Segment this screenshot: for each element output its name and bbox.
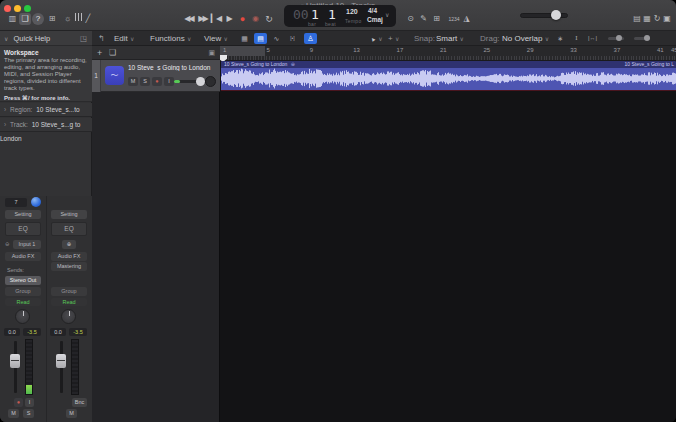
toolbar-toggle-icon[interactable]: ⊞ [46, 13, 58, 25]
tuner-icon[interactable]: ⊙ [405, 13, 416, 25]
text-cursor-icon[interactable]: I [570, 33, 583, 44]
metronome-icon[interactable]: ◮ [461, 13, 472, 25]
track-pan-knob[interactable] [205, 76, 216, 87]
audio-editor-icon[interactable]: ▤ [254, 33, 267, 44]
strip2-peak-value[interactable]: -3.5 [69, 328, 87, 336]
flex-icon[interactable]: [•] [286, 33, 299, 44]
count-in-icon[interactable]: 1234 [447, 13, 461, 25]
session-player-icon[interactable]: ♙ [304, 33, 317, 44]
stop-go-to-beginning-icon[interactable]: ▎◀ [210, 13, 222, 25]
replace-icon[interactable]: ⊞ [431, 13, 442, 25]
region-inspector-row[interactable]: › Region: 10 Steve_s...to London [0, 103, 92, 117]
track-header-config-icon[interactable]: ▣ [208, 46, 215, 60]
audio-region[interactable]: 10 Steve_s Going to London ⊕ 10 Steve_s … [221, 61, 676, 90]
strip1-input-button[interactable]: Input 1 [13, 240, 41, 249]
strip1-audio-fx-button[interactable]: Audio FX [5, 252, 41, 261]
lcd-chevron-down-icon[interactable]: ∨ [385, 11, 389, 18]
master-volume-knob[interactable] [551, 10, 561, 20]
strip1-automation-mode[interactable]: Read [5, 298, 41, 306]
track-input-monitor-button[interactable]: I [164, 77, 174, 86]
track-inspector-row[interactable]: › Track: 10 Steve_s...g to London [0, 118, 92, 132]
mixer-icon[interactable] [73, 13, 83, 25]
track-volume-slider[interactable] [174, 80, 208, 83]
strip2-eq-box[interactable]: EQ [51, 222, 87, 236]
tracks-workspace[interactable]: 159131721252933374145 10 Steve_s Going t… [220, 46, 676, 422]
cycle-range[interactable] [220, 46, 265, 56]
open-as-window-icon[interactable]: ◳ [80, 31, 87, 46]
gain-knob[interactable] [31, 197, 41, 207]
forward-icon[interactable]: ▶▶ [196, 13, 209, 25]
library-icon[interactable]: ▥ [7, 13, 18, 25]
lcd-key-signature: Cmaj [367, 16, 383, 23]
quick-help-icon[interactable]: ? [32, 13, 44, 25]
strip2-bounce-button[interactable]: Bnc [72, 398, 87, 407]
strip1-setting-button[interactable]: Setting [5, 210, 41, 219]
zoom-knob-horizontal[interactable] [616, 35, 622, 41]
gain-value[interactable]: 7 [5, 198, 27, 207]
crossfade-icon[interactable]: ∗ [554, 33, 567, 44]
functions-menu[interactable]: Functions ∨ [150, 31, 191, 46]
strip1-pan-knob[interactable] [15, 309, 30, 324]
strip2-group-button[interactable]: Group [51, 287, 87, 296]
strip1-group-button[interactable]: Group [5, 287, 41, 296]
track-record-enable-button[interactable]: ● [152, 77, 162, 86]
pointer-tool-menu[interactable]: ▲ ∨ [370, 31, 383, 46]
track-duplicate-icon[interactable]: ❏ [109, 46, 116, 60]
quick-help-header[interactable]: ∨ Quick Help ◳ [0, 31, 92, 46]
back-icon[interactable]: ↰ [98, 31, 105, 46]
track-mute-button[interactable]: M [128, 77, 138, 86]
strip2-mastering-button[interactable]: Mastering [51, 262, 87, 271]
strip1-peak-value[interactable]: -3.5 [23, 328, 41, 336]
strip1-input-format-icon[interactable]: ⊖ [5, 241, 10, 247]
snap-menu[interactable]: Smart ∨ [436, 31, 464, 46]
strip1-eq-box[interactable]: EQ [5, 222, 41, 236]
record-icon[interactable]: ● [237, 13, 248, 25]
strip2-fader-thumb[interactable] [56, 354, 66, 368]
note-pads-icon[interactable]: ▦ [642, 13, 652, 25]
strip2-volume-value[interactable]: 0.0 [50, 328, 66, 336]
capture-recording-icon[interactable]: ◉ [250, 13, 261, 25]
strip1-mute-button[interactable]: M [8, 409, 19, 418]
loop-browser-icon[interactable]: ↻ [652, 13, 662, 25]
strip1-input-monitor-button[interactable]: I [25, 398, 34, 407]
strip2-pan-knob[interactable] [61, 309, 76, 324]
strip2-audio-fx-button[interactable]: Audio FX [51, 252, 87, 261]
pencil-notes-icon[interactable]: ✎ [418, 13, 429, 25]
drag-menu[interactable]: No Overlap ∨ [502, 31, 549, 46]
track-volume-knob[interactable] [196, 77, 205, 86]
inspector-icon[interactable]: ❑ [19, 13, 31, 25]
rewind-icon[interactable]: ◀◀ [182, 13, 195, 25]
track-icon[interactable]: 〜 [105, 66, 124, 85]
track-solo-button[interactable]: S [140, 77, 150, 86]
view-menu[interactable]: View ∨ [204, 31, 228, 46]
auto-track-zoom-icon[interactable]: |↔| [586, 33, 599, 44]
strip2-setting-button[interactable]: Setting [51, 210, 87, 219]
strip1-output-button[interactable]: Stereo Out [5, 276, 41, 285]
ruler-tick: 29 [527, 47, 534, 53]
strip1-fader-thumb[interactable] [10, 354, 20, 368]
smart-controls-icon[interactable]: ☼ [63, 13, 73, 25]
strip2-format-icon[interactable]: ⊕ [62, 240, 76, 249]
secondary-tool-menu[interactable]: + ∨ [388, 31, 399, 46]
cycle-icon[interactable]: ↻ [263, 13, 275, 25]
automation-icon[interactable]: ∿ [270, 33, 283, 44]
strip1-record-enable-button[interactable]: ● [14, 398, 23, 407]
track-name[interactable]: 10 Steve_s Going to London [128, 64, 218, 71]
zoom-knob-vertical[interactable] [644, 35, 650, 41]
grid-view-icon[interactable]: ▦ [238, 33, 251, 44]
list-editors-icon[interactable]: ▤ [632, 13, 642, 25]
browsers-icon[interactable]: ▣ [662, 13, 672, 25]
track-row[interactable]: 1 〜 10 Steve_s Going to London M S ● I [92, 60, 220, 92]
bar-ruler[interactable]: 159131721252933374145 [220, 46, 676, 61]
strip1-volume-value[interactable]: 0.0 [4, 328, 20, 336]
editors-icon[interactable]: ╱ [83, 13, 93, 25]
edit-menu[interactable]: Edit ∨ [114, 31, 134, 46]
logic-pro-window: ▫ Untitled 10 - Tracks ▥ ❑ ? ⊞ ☼ ╱ ◀◀ ▶▶… [0, 0, 676, 422]
strip2-mute-button[interactable]: M [66, 409, 77, 418]
add-track-button[interactable]: + [97, 46, 102, 60]
strip1-solo-button[interactable]: S [23, 409, 34, 418]
lcd-display[interactable]: 00 1 1 bar beat 120 Tempo 4/4 Cmaj ∨ [284, 5, 396, 27]
play-icon[interactable]: ▶ [224, 13, 235, 25]
strip2-automation-mode[interactable]: Read [51, 298, 87, 306]
region-header[interactable]: 10 Steve_s Going to London ⊕ 10 Steve_s … [221, 61, 676, 68]
